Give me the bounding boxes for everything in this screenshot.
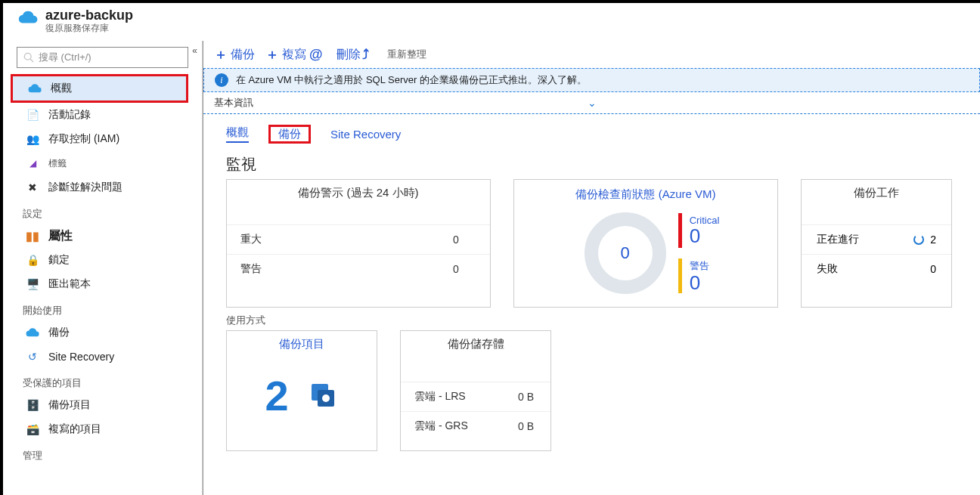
- info-banner[interactable]: i 在 Azure VM 中執行之適用於 SQL Server 的企業級備份已正…: [203, 68, 980, 92]
- table-row: 雲端 - GRS0 B: [401, 412, 550, 441]
- chevron-down-icon: ⌄: [588, 97, 597, 109]
- nav-export-template[interactable]: 🖥️ 匯出範本: [3, 272, 202, 296]
- nav-iam[interactable]: 👥 存取控制 (IAM): [3, 127, 202, 151]
- table-row: 警告0: [227, 255, 490, 284]
- stack-icon: [309, 381, 339, 411]
- nav-locks[interactable]: 🔒 鎖定: [3, 248, 202, 272]
- page-header: azure-backup 復原服務保存庫: [3, 3, 980, 41]
- tab-site-recovery[interactable]: Site Recovery: [330, 128, 401, 141]
- essentials-label: 基本資訊: [214, 96, 253, 110]
- cmd-refresh[interactable]: 重新整理: [387, 48, 426, 61]
- tab-overview[interactable]: 概觀: [226, 125, 249, 143]
- overview-highlight: 概觀: [11, 74, 188, 103]
- lock-icon: 🔒: [26, 253, 39, 267]
- nav-activity-log[interactable]: 📄 活動記錄: [3, 103, 202, 127]
- svg-point-0: [24, 53, 31, 60]
- command-bar: ＋備份 ＋複寫@ 刪除⤴ 重新整理: [203, 41, 980, 68]
- table-row: 失敗 0: [802, 254, 951, 283]
- nav-replicated-items[interactable]: 🗃️ 複寫的項目: [3, 417, 202, 441]
- nav-tags[interactable]: ◢ 標籤: [3, 151, 202, 175]
- cmd-replicate[interactable]: ＋複寫@: [265, 45, 326, 63]
- info-icon: i: [215, 73, 228, 87]
- svg-line-1: [30, 59, 33, 62]
- section-getting-started: 開始使用: [3, 296, 202, 320]
- card-title: 備份檢查前狀態 (Azure VM): [525, 187, 767, 206]
- monitor-heading: 監視: [203, 150, 980, 179]
- section-manage: 管理: [3, 441, 202, 466]
- legend-warning: 警告0: [678, 258, 720, 293]
- cloud-icon: [18, 11, 38, 24]
- card-backup-storage[interactable]: 備份儲存體 雲端 - LRS0 B 雲端 - GRS0 B: [400, 330, 551, 451]
- backup-items-count: 2: [265, 371, 288, 420]
- nav-overview[interactable]: 概觀: [13, 76, 186, 101]
- search-icon: [23, 52, 34, 63]
- card-backup-alerts[interactable]: 備份警示 (過去 24 小時) 重大0 警告0: [226, 179, 491, 308]
- tag-icon: ◢: [26, 156, 39, 170]
- card-title: 備份儲存體: [401, 331, 550, 356]
- people-icon: 👥: [26, 132, 39, 146]
- nav-backup-items[interactable]: 🗄️ 備份項目: [3, 393, 202, 417]
- card-title: 備份項目: [227, 331, 377, 356]
- plus-icon: ＋: [265, 45, 279, 63]
- info-text: 在 Azure VM 中執行之適用於 SQL Server 的企業級備份已正式推…: [236, 73, 587, 87]
- main-content: ＋備份 ＋複寫@ 刪除⤴ 重新整理 i 在 Azure VM 中執行之適用於 S…: [203, 41, 980, 495]
- at-icon: @: [309, 47, 323, 63]
- spinner-icon: [913, 234, 924, 245]
- section-protected: 受保護的項目: [3, 369, 202, 393]
- tab-backup[interactable]: 備份: [268, 125, 311, 144]
- card-title: 備份工作: [802, 180, 951, 205]
- plus-icon: ＋: [214, 45, 228, 63]
- wrench-icon: ✖: [26, 181, 39, 194]
- table-row: 重大0: [227, 225, 490, 255]
- table-row: 雲端 - LRS0 B: [401, 382, 550, 412]
- section-settings: 設定: [3, 200, 202, 224]
- nav-properties[interactable]: ▮▮ 屬性: [3, 224, 202, 248]
- cloud-icon: [28, 82, 42, 95]
- usage-heading: 使用方式: [203, 308, 980, 329]
- replicated-icon: 🗃️: [26, 422, 39, 436]
- legend-bar: [678, 213, 682, 248]
- nav-backup[interactable]: 備份: [3, 320, 202, 345]
- legend-critical: Critical0: [678, 213, 720, 248]
- svg-point-4: [322, 394, 330, 402]
- properties-icon: ▮▮: [26, 229, 39, 243]
- card-precheck-status[interactable]: 備份檢查前狀態 (Azure VM) 0 Critical0 警告: [513, 179, 778, 308]
- export-icon: 🖥️: [26, 277, 39, 291]
- sidebar: « 搜尋 (Ctrl+/) 概觀 📄 活動記錄: [3, 41, 203, 495]
- collapse-icon[interactable]: «: [192, 45, 197, 56]
- nav-diagnose[interactable]: ✖ 診斷並解決問題: [3, 175, 202, 200]
- cmd-backup[interactable]: ＋備份: [214, 45, 255, 63]
- tabs: 概觀 備份 Site Recovery: [203, 114, 980, 150]
- card-backup-items[interactable]: 備份項目 2: [226, 330, 377, 451]
- card-title: 備份警示 (過去 24 小時): [227, 180, 490, 205]
- cloud-icon: [26, 326, 39, 339]
- cmd-delete[interactable]: 刪除⤴: [336, 47, 372, 63]
- site-recovery-icon: ↺: [26, 350, 39, 364]
- search-input[interactable]: 搜尋 (Ctrl+/): [17, 47, 188, 68]
- donut-chart: 0: [585, 212, 666, 294]
- nav-site-recovery[interactable]: ↺ Site Recovery: [3, 345, 202, 369]
- delete-icon: ⤴: [362, 47, 369, 63]
- card-backup-jobs[interactable]: 備份工作 正在進行 2 失敗 0: [801, 179, 952, 308]
- backup-items-icon: 🗄️: [26, 398, 39, 412]
- table-row: 正在進行 2: [802, 224, 951, 254]
- essentials-bar[interactable]: 基本資訊 ⌄: [203, 92, 980, 114]
- search-placeholder: 搜尋 (Ctrl+/): [39, 51, 91, 64]
- legend-bar: [678, 258, 682, 293]
- activity-log-icon: 📄: [26, 108, 39, 122]
- page-subtitle: 復原服務保存庫: [45, 22, 133, 35]
- page-title: azure-backup: [45, 8, 133, 23]
